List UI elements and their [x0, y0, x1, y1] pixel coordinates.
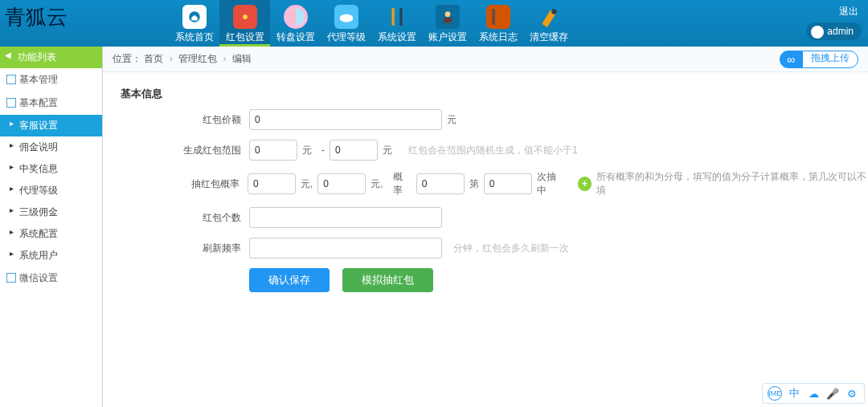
range-unit: 元	[302, 144, 312, 157]
wheel-icon	[284, 5, 308, 29]
crumb-sep: ›	[170, 53, 173, 64]
nav-redpack[interactable]: 红包设置	[219, 0, 270, 47]
crumb-manage[interactable]: 管理红包	[178, 53, 217, 64]
sidebar: 功能列表 基本管理 基本配置 客服设置 佣金说明 中奖信息 代理等级 三级佣金 …	[0, 47, 103, 407]
ime-mic-icon[interactable]: 🎤	[825, 386, 840, 401]
nav-log[interactable]: 系统日志	[473, 0, 523, 47]
log-icon	[486, 5, 510, 29]
svg-rect-7	[444, 18, 452, 23]
svg-point-1	[243, 14, 248, 19]
add-rate-button[interactable]: +	[578, 177, 592, 191]
sidebar-group-basic-manage[interactable]: 基本管理	[0, 68, 102, 92]
nav-home[interactable]: 系统首页	[169, 0, 219, 47]
save-button[interactable]: 确认保存	[249, 268, 330, 292]
nav-clear[interactable]: 清空缓存	[523, 0, 574, 47]
form: 红包价额 元 生成红包范围 元 - 元 红包会在范围内随机生成，值不能小于1 抽…	[103, 109, 868, 292]
sidebar-item-sys-config[interactable]: 系统配置	[0, 223, 102, 245]
upload-cloud-icon[interactable]: ∞	[780, 51, 802, 68]
rate-hint: 所有概率的和为分母，填写的值为分子计算概率，第几次可以不填	[596, 170, 868, 197]
count-input[interactable]	[249, 207, 442, 228]
tools-icon	[385, 5, 409, 29]
rate-unit2: 元,	[371, 177, 383, 191]
rate-prob-label: 概率	[393, 170, 411, 197]
nav-account[interactable]: 账户设置	[422, 0, 473, 47]
nav-tools[interactable]: 系统设置	[371, 0, 422, 47]
price-input[interactable]	[249, 109, 442, 130]
redpack-icon	[233, 5, 257, 29]
sidebar-item-commission-desc[interactable]: 佣金说明	[0, 136, 102, 158]
sidebar-group-basic-config[interactable]: 基本配置	[0, 92, 102, 115]
sidebar-item-kefu[interactable]: 客服设置	[0, 115, 102, 136]
nav-label: 转盘设置	[276, 31, 315, 44]
nav-label: 账户设置	[428, 31, 467, 44]
rate-prob-input[interactable]	[416, 173, 465, 194]
range-max-input[interactable]	[330, 140, 378, 161]
simulate-button[interactable]: 模拟抽红包	[342, 268, 433, 292]
refresh-input[interactable]	[249, 238, 442, 258]
svg-point-10	[551, 9, 557, 14]
range-label: 生成红包范围	[183, 144, 241, 157]
refresh-label: 刷新频率	[183, 242, 241, 255]
range-hint: 红包会在范围内随机生成，值不能小于1	[408, 144, 578, 157]
refresh-hint: 分钟，红包会多久刷新一次	[453, 242, 569, 255]
top-nav: 系统首页 红包设置 转盘设置 代理等级 系统设置 账户设置 系统日志 清空缓存	[169, 0, 574, 47]
nav-label: 系统日志	[479, 31, 518, 44]
svg-point-3	[339, 14, 353, 22]
nav-label: 代理等级	[327, 31, 366, 44]
rate-b-input[interactable]	[317, 173, 366, 194]
sidebar-item-sys-user[interactable]: 系统用户	[0, 245, 102, 267]
section-title: 基本信息	[103, 72, 868, 109]
logout-link[interactable]: 退出	[839, 5, 858, 18]
admin-user-pill[interactable]: admin	[806, 22, 862, 40]
svg-rect-9	[492, 9, 495, 25]
sidebar-group-wechat[interactable]: 微信设置	[0, 267, 102, 290]
sidebar-item-win-info[interactable]: 中奖信息	[0, 158, 102, 180]
svg-point-6	[444, 11, 450, 17]
ime-gear-icon[interactable]: ⚙	[845, 386, 859, 401]
rate-nth-input[interactable]	[484, 173, 532, 194]
brand-logo: 青狐云	[5, 3, 68, 31]
upload-button[interactable]: 拖拽上传	[802, 51, 858, 68]
nav-label: 系统设置	[378, 31, 416, 44]
svg-rect-4	[391, 8, 394, 26]
svg-rect-5	[399, 8, 402, 26]
rate-tail: 次抽中	[537, 170, 565, 197]
ime-lang-icon[interactable]: 中	[787, 386, 801, 401]
clear-icon	[537, 5, 561, 29]
range-min-input[interactable]	[249, 140, 297, 161]
range-sep: -	[321, 144, 325, 156]
account-icon	[436, 5, 460, 29]
crumb-home[interactable]: 首页	[144, 53, 163, 64]
crumb-edit: 编辑	[232, 53, 252, 64]
home-icon	[182, 5, 207, 29]
price-label: 红包价额	[183, 113, 241, 127]
nav-cloud[interactable]: 代理等级	[321, 0, 371, 47]
price-unit: 元	[447, 113, 457, 127]
crumb-sep: ›	[223, 53, 226, 64]
sidebar-title: 功能列表	[0, 47, 102, 68]
rate-label: 抽红包概率	[183, 177, 240, 191]
nav-label: 系统首页	[175, 31, 214, 44]
rate-a-input[interactable]	[248, 173, 296, 194]
ime-cloud-icon[interactable]: ☁	[806, 386, 821, 401]
range-unit2: 元	[383, 144, 392, 157]
sidebar-item-three-commission[interactable]: 三级佣金	[0, 201, 102, 223]
ime-floatbar[interactable]: IME 中 ☁ 🎤 ⚙	[762, 383, 865, 404]
nav-wheel[interactable]: 转盘设置	[270, 0, 321, 47]
crumb-label: 位置：	[113, 53, 141, 64]
sidebar-item-agent-level[interactable]: 代理等级	[0, 180, 102, 201]
rate-nth-label: 第	[469, 177, 479, 191]
crumb-bar: 位置： 首页 › 管理红包 › 编辑 ∞ 拖拽上传	[103, 47, 868, 72]
cloud-icon	[334, 5, 358, 29]
rate-unit: 元,	[301, 177, 313, 191]
main-area: 位置： 首页 › 管理红包 › 编辑 ∞ 拖拽上传 基本信息 红包价额 元 生成…	[103, 47, 868, 407]
ime-mode-icon[interactable]: IME	[768, 386, 782, 401]
nav-label: 红包设置	[226, 31, 264, 44]
count-label: 红包个数	[183, 211, 241, 225]
nav-label: 清空缓存	[530, 31, 568, 44]
